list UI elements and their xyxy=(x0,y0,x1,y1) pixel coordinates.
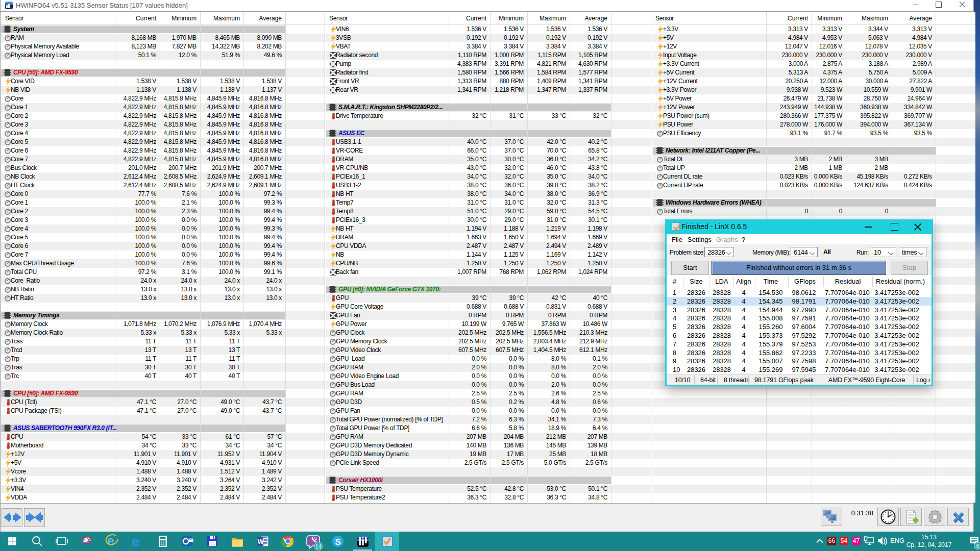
svg-text:e: e xyxy=(132,534,140,549)
svg-text:W: W xyxy=(258,538,264,545)
svg-text:S: S xyxy=(335,537,341,547)
